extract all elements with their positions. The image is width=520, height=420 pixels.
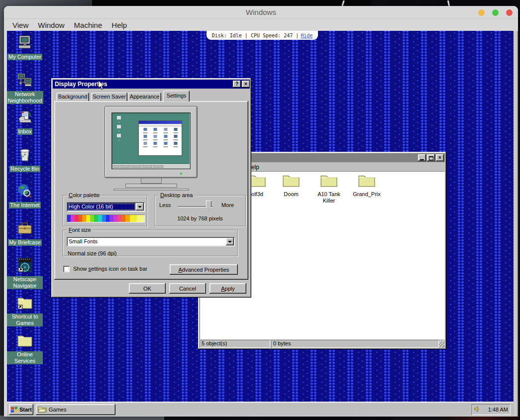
- mouse-cursor: [98, 80, 104, 92]
- resize-grip[interactable]: [439, 342, 444, 347]
- desktop-icon-label: Online Services: [7, 351, 43, 364]
- font-size-note: Normal size (96 dpi): [68, 250, 116, 256]
- tab-appearance[interactable]: Appearance: [128, 93, 161, 102]
- slider-less-label: Less: [159, 202, 171, 208]
- briefcase-icon: [17, 220, 33, 238]
- color-depth-preview-strip: [67, 214, 145, 222]
- color-palette-group: Color palette High Color (16 bit): [63, 195, 147, 226]
- monitor-bezel: [104, 106, 198, 178]
- chevron-down-icon: [138, 206, 142, 208]
- tab-background[interactable]: Background: [56, 93, 89, 102]
- desktop-icon-my-computer[interactable]: My Computer: [7, 35, 43, 60]
- slider-more-label: More: [221, 202, 234, 208]
- desktop-icon-the-internet[interactable]: The Internet: [7, 183, 43, 209]
- vm-status-pill: Disk: Idle | CPU Speed: 247 | Hide: [207, 31, 318, 40]
- settings-tab-page: Color palette High Color (16 bit) Deskto…: [54, 101, 248, 280]
- maximize-button[interactable]: [427, 154, 435, 161]
- menu-help[interactable]: Help: [111, 21, 127, 29]
- vm-status-text: Disk: Idle | CPU Speed: 247 |: [212, 33, 299, 38]
- my-computer-icon: [17, 35, 33, 53]
- preview-desktop-icons: [115, 116, 123, 143]
- menu-view[interactable]: View: [12, 21, 28, 29]
- folder-item-doom[interactable]: Doom: [274, 173, 308, 198]
- desktop-icon-label: Netscape Navigator: [7, 276, 43, 289]
- folder-item-label: olf3d: [251, 191, 263, 198]
- color-palette-dropdown[interactable]: High Color (16 bit): [67, 202, 145, 211]
- close-button[interactable]: ×: [436, 154, 444, 161]
- color-palette-label: Color palette: [67, 192, 101, 198]
- minimize-light-button[interactable]: [478, 9, 485, 16]
- folder-status-bar: 5 object(s) 0 bytes: [200, 340, 445, 348]
- preview-taskbar: [112, 164, 190, 168]
- monitor-preview: [104, 106, 198, 191]
- desktop-icon-netscape-navigator[interactable]: Netscape Navigator: [7, 257, 43, 289]
- help-button[interactable]: ?: [233, 81, 241, 88]
- guest-desktop: Disk: Idle | CPU Speed: 247 | Hide My Co…: [7, 31, 514, 416]
- desktop-icon-label: Network Neighborhood: [7, 91, 43, 104]
- folder-item-grand-prix[interactable]: Grand_Prix: [350, 173, 384, 198]
- desktop-icon-my-briefcase[interactable]: My Briefcase: [7, 220, 43, 246]
- apply-button[interactable]: Apply: [209, 283, 246, 294]
- desktop-icon-label: My Computer: [7, 54, 42, 60]
- desktop-area-label: Desktop area: [159, 192, 194, 198]
- start-button[interactable]: Start: [9, 404, 33, 415]
- desktop-icon-label: Shortcut to Games: [7, 314, 43, 326]
- folder-icon: [283, 173, 300, 189]
- ok-button[interactable]: OK: [129, 283, 166, 294]
- font-size-label: Font size: [67, 227, 93, 233]
- dropdown-arrow-button[interactable]: [226, 238, 234, 245]
- task-button-games[interactable]: Games: [36, 404, 115, 415]
- display-properties-dialog: Display Properties ? × Background Screen…: [51, 78, 251, 298]
- network-neighborhood-icon: [17, 72, 33, 90]
- minimize-button[interactable]: [418, 154, 426, 161]
- hide-link[interactable]: Hide: [301, 33, 312, 38]
- close-button[interactable]: ×: [242, 81, 250, 88]
- desktop-icon-inbox[interactable]: Inbox: [7, 109, 43, 135]
- tab-screen-saver[interactable]: Screen Saver: [91, 93, 127, 102]
- advanced-properties-button[interactable]: Advanced Properties: [170, 264, 238, 275]
- netscape-wheel-icon: [17, 257, 33, 275]
- open-folder-icon: [38, 406, 47, 414]
- volume-icon[interactable]: [474, 406, 481, 414]
- maximize-icon: [429, 156, 433, 160]
- desktop-icon-label: Recycle Bin: [9, 166, 40, 172]
- letterbox-strip: [514, 31, 518, 417]
- font-size-dropdown[interactable]: Small Fonts: [67, 237, 235, 246]
- folder-item-a10-tank-killer[interactable]: A10 Tank Killer: [312, 173, 346, 204]
- dialog-titlebar[interactable]: Display Properties ? ×: [53, 80, 250, 89]
- host-menubar: View Window Machine Help: [4, 19, 518, 31]
- host-window-title: Windows: [246, 8, 276, 16]
- show-settings-checkbox[interactable]: [63, 266, 70, 272]
- task-button-label: Games: [49, 407, 66, 413]
- desktop-icon-online-services[interactable]: Online Services: [7, 332, 43, 364]
- host-wallpaper-art: [447, 0, 450, 6]
- monitor-base: [125, 184, 177, 188]
- monitor-foot: [113, 189, 189, 191]
- cancel-button[interactable]: Cancel: [169, 283, 206, 294]
- desktop-icon-network-neighborhood[interactable]: Network Neighborhood: [7, 72, 43, 104]
- internet-globe-icon: [17, 183, 33, 201]
- clock: 1:48 AM: [488, 407, 508, 413]
- start-label: Start: [19, 407, 32, 413]
- menu-window[interactable]: Window: [38, 21, 64, 29]
- folder-icon: [249, 173, 266, 189]
- resolution-slider-thumb[interactable]: [206, 201, 211, 210]
- show-settings-checkbox-label[interactable]: Show settings icon on task bar: [73, 266, 147, 272]
- taskbar: Start Games 1:48 AM: [7, 402, 514, 416]
- monitor-screen-preview: [111, 112, 191, 169]
- dropdown-arrow-button[interactable]: [136, 203, 144, 210]
- system-tray: 1:48 AM: [471, 404, 511, 415]
- desktop-icon-recycle-bin[interactable]: Recycle Bin: [7, 147, 43, 172]
- tab-settings[interactable]: Settings: [163, 91, 190, 102]
- menu-machine[interactable]: Machine: [74, 21, 103, 29]
- menu-help-partial[interactable]: elp: [251, 164, 259, 171]
- window-controls: [478, 9, 513, 16]
- resolution-value: 1024 by 768 pixels: [155, 215, 245, 221]
- chevron-down-icon: [228, 241, 232, 243]
- host-titlebar[interactable]: Windows: [4, 6, 518, 19]
- close-light-button[interactable]: [506, 9, 513, 16]
- folder-item-label: Grand_Prix: [353, 191, 381, 198]
- maximize-light-button[interactable]: [492, 9, 499, 16]
- desktop-icon-shortcut-to-games[interactable]: Shortcut to Games: [7, 295, 43, 326]
- folder-icon: [17, 332, 33, 350]
